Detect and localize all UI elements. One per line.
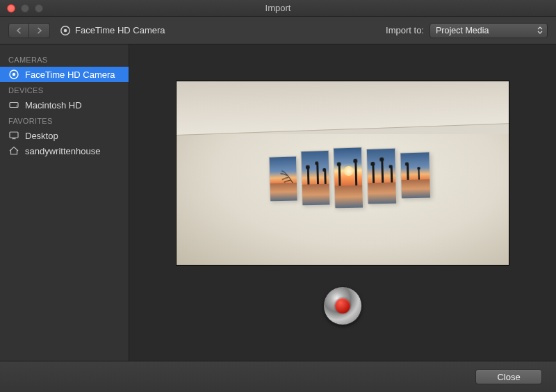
import-to-label: Import to: <box>386 25 424 35</box>
svg-rect-4 <box>10 103 18 108</box>
sidebar-item-label: Desktop <box>25 131 58 141</box>
camera-indicator: FaceTime HD Camera <box>60 25 165 36</box>
sidebar: CAMERAS FaceTime HD Camera DEVICES Macin… <box>0 44 129 361</box>
chevron-left-icon <box>16 27 22 34</box>
sidebar-item-desktop[interactable]: Desktop <box>0 128 129 143</box>
sidebar-item-label: FaceTime HD Camera <box>25 70 115 80</box>
svg-rect-7 <box>13 138 16 139</box>
camera-icon <box>8 69 19 80</box>
camera-preview <box>176 81 509 266</box>
toolbar: FaceTime HD Camera Import to: Project Me… <box>0 17 556 44</box>
house-icon <box>8 145 19 156</box>
section-favorites: FAVORITES <box>0 113 129 128</box>
body: CAMERAS FaceTime HD Camera DEVICES Macin… <box>0 44 556 361</box>
sidebar-item-label: Macintosh HD <box>25 100 82 111</box>
titlebar: Import <box>0 0 556 17</box>
close-button[interactable]: Close <box>475 369 542 384</box>
camera-name: FaceTime HD Camera <box>75 25 165 35</box>
svg-point-1 <box>64 28 67 32</box>
svg-point-3 <box>13 73 15 76</box>
section-cameras: CAMERAS <box>0 51 129 67</box>
svg-rect-6 <box>10 132 18 138</box>
sidebar-item-macintosh-hd[interactable]: Macintosh HD <box>0 97 129 113</box>
select-chevron-icon <box>537 26 543 34</box>
nav-buttons <box>8 23 50 38</box>
svg-point-5 <box>16 106 17 107</box>
import-to-select[interactable]: Project Media <box>430 23 548 38</box>
window-title: Import <box>0 3 556 13</box>
close-button-label: Close <box>497 372 520 382</box>
sidebar-item-home[interactable]: sandywrittenhouse <box>0 143 129 158</box>
chevron-right-icon <box>36 27 42 34</box>
record-button[interactable] <box>323 286 362 325</box>
camera-icon <box>60 25 71 36</box>
sidebar-item-facetime-camera[interactable]: FaceTime HD Camera <box>0 67 129 82</box>
forward-button[interactable] <box>29 23 50 38</box>
back-button[interactable] <box>8 23 29 38</box>
main-area <box>129 44 556 361</box>
import-to-value: Project Media <box>436 26 489 35</box>
disk-icon <box>8 99 19 111</box>
record-icon <box>335 298 350 313</box>
section-devices: DEVICES <box>0 82 129 97</box>
import-to: Import to: Project Media <box>386 23 548 38</box>
desktop-icon <box>8 130 19 141</box>
footer: Close <box>0 361 556 392</box>
sidebar-item-label: sandywrittenhouse <box>25 146 100 156</box>
